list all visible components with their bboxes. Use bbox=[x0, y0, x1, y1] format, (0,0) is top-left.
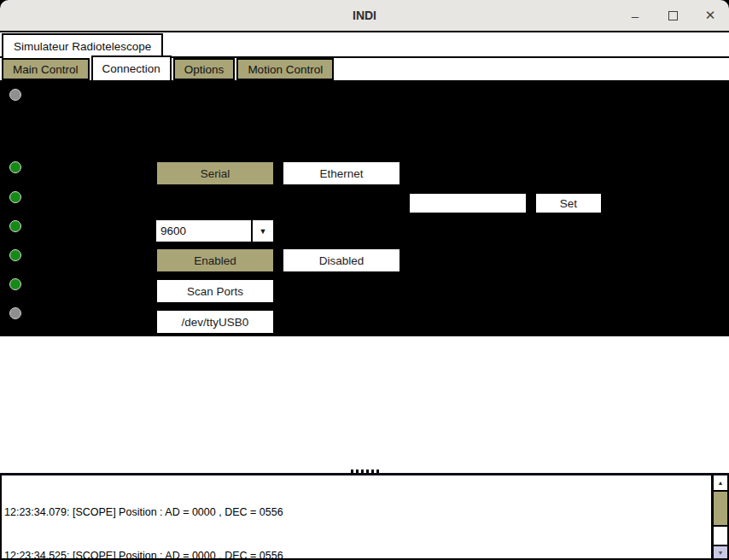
ethernet-button[interactable]: Ethernet bbox=[283, 162, 399, 184]
tab-motion-control[interactable]: Motion Control bbox=[236, 58, 334, 80]
status-led bbox=[9, 220, 21, 232]
scan-ports-button[interactable]: Scan Ports bbox=[157, 280, 273, 302]
log-scrollbar[interactable]: ▲ ▼ bbox=[711, 475, 727, 558]
log-panel: 12:23:34.079: [SCOPE] Position : AD = 00… bbox=[0, 475, 729, 560]
status-led bbox=[9, 89, 21, 101]
close-icon[interactable]: ✕ bbox=[702, 7, 719, 24]
log-line: 12:23:34.079: [SCOPE] Position : AD = 00… bbox=[4, 505, 709, 520]
scrollbar-thumb[interactable] bbox=[714, 492, 727, 527]
set-button[interactable]: Set bbox=[536, 194, 601, 213]
window-controls: – ✕ bbox=[627, 0, 719, 31]
minimize-icon[interactable]: – bbox=[627, 7, 644, 24]
scroll-up-icon[interactable]: ▲ bbox=[714, 475, 727, 492]
tab-simulateur-radiotelescope[interactable]: Simulateur Radiotelescope bbox=[2, 33, 163, 58]
connection-panel: Serial Ethernet Set 9600 ▼ Enabled Disab… bbox=[0, 83, 729, 336]
message-area bbox=[0, 336, 729, 468]
indi-control-panel-window: INDI – ✕ Simulateur Radiotelescope Main … bbox=[0, 0, 729, 560]
scroll-down-icon[interactable]: ▼ bbox=[714, 545, 727, 558]
tab-options[interactable]: Options bbox=[173, 58, 236, 80]
device-tab-bar: Simulateur Radiotelescope bbox=[0, 31, 729, 58]
status-led bbox=[9, 191, 21, 203]
baud-rate-select[interactable]: 9600 bbox=[156, 220, 251, 242]
port-input[interactable] bbox=[410, 194, 526, 213]
tab-main-control[interactable]: Main Control bbox=[2, 58, 90, 80]
status-led bbox=[9, 278, 21, 290]
serial-button[interactable]: Serial bbox=[157, 162, 273, 184]
splitter[interactable] bbox=[0, 468, 729, 475]
chevron-down-icon[interactable]: ▼ bbox=[253, 220, 273, 242]
disabled-button[interactable]: Disabled bbox=[283, 249, 399, 271]
status-led bbox=[9, 161, 21, 173]
log-lines: 12:23:34.079: [SCOPE] Position : AD = 00… bbox=[4, 476, 709, 560]
log-line: 12:23:34.525: [SCOPE] Position : AD = 00… bbox=[4, 549, 709, 560]
tab-connection[interactable]: Connection bbox=[91, 55, 172, 80]
enabled-button[interactable]: Enabled bbox=[157, 249, 273, 271]
device-port-button[interactable]: /dev/ttyUSB0 bbox=[157, 311, 273, 333]
status-led bbox=[9, 307, 21, 319]
maximize-icon[interactable] bbox=[664, 7, 681, 24]
titlebar[interactable]: INDI – ✕ bbox=[0, 0, 729, 31]
window-title: INDI bbox=[353, 9, 376, 22]
scrollbar-track[interactable] bbox=[714, 527, 727, 545]
status-led bbox=[9, 249, 21, 261]
maximize-box-glyph bbox=[668, 11, 678, 20]
group-tab-bar: Main Control Connection Options Motion C… bbox=[0, 58, 729, 83]
